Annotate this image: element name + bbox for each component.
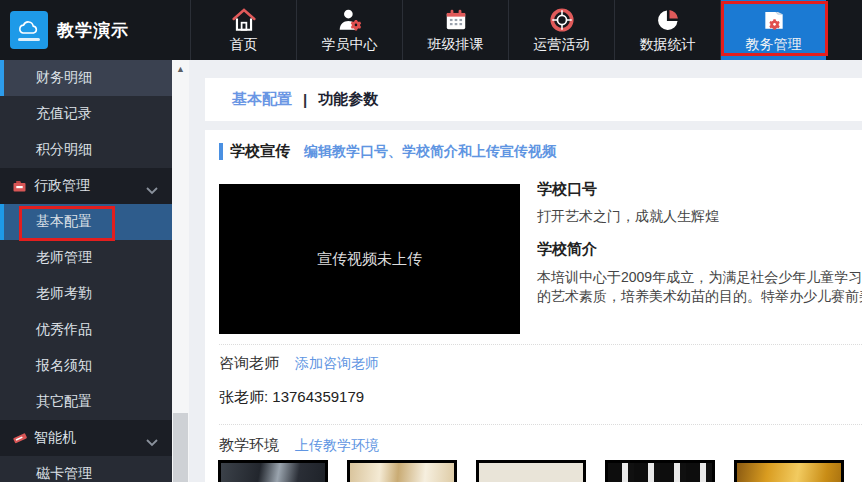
sidebar-item-label: 其它配置 [36, 393, 92, 411]
sidebar-item-points-detail[interactable]: 积分明细 [0, 132, 172, 168]
school-promo-section-header: 学校宣传 编辑教学口号、学校简介和上传宣传视频 [219, 142, 556, 161]
config-tab-bar: 基本配置 | 功能参数 [205, 78, 862, 121]
edit-promo-link[interactable]: 编辑教学口号、学校简介和上传宣传视频 [304, 143, 556, 161]
chevron-down-icon [146, 434, 158, 450]
scrollbar-up-arrow-icon[interactable]: ▲ [172, 60, 189, 77]
slogan-text: 打开艺术之门，成就人生辉煌 [537, 208, 862, 226]
nav-item-student-center[interactable]: 学员中心 [296, 0, 402, 60]
sidebar-item-label: 基本配置 [36, 213, 92, 231]
sidebar: 财务明细 充值记录 积分明细 行政管理 基本配置 老师管理 老师考勤 优秀作品 … [0, 60, 172, 482]
chevron-down-icon [146, 182, 158, 198]
nav-item-label: 首页 [230, 36, 258, 54]
sidebar-group-label: 智能机 [34, 429, 76, 447]
environment-section-header: 教学环境 上传教学环境 [219, 436, 379, 455]
sidebar-item-label: 积分明细 [36, 141, 92, 159]
promo-video-placeholder[interactable]: 宣传视频未上传 [219, 184, 520, 334]
environment-title: 教学环境 [219, 436, 279, 455]
pie-chart-icon [655, 7, 681, 33]
tab-basic-config[interactable]: 基本配置 [232, 90, 292, 109]
consult-teacher-phone: 张老师: 13764359179 [219, 388, 364, 407]
app-title: 教学演示 [57, 19, 129, 42]
sidebar-item-registration-notice[interactable]: 报名须知 [0, 348, 172, 384]
add-consult-teacher-link[interactable]: 添加咨询老师 [295, 355, 379, 373]
intro-text-line: 本培训中心于2009年成立，为满足社会少年儿童学习美术的需 [537, 268, 862, 287]
sidebar-item-basic-config[interactable]: 基本配置 [0, 204, 172, 240]
sidebar-item-recharge-records[interactable]: 充值记录 [0, 96, 172, 132]
sidebar-item-label: 财务明细 [36, 69, 92, 87]
calendar-icon [443, 7, 469, 33]
basic-config-panel: 学校宣传 编辑教学口号、学校简介和上传宣传视频 宣传视频未上传 学校口号 打开艺… [205, 130, 862, 482]
lifebuoy-icon [549, 7, 575, 33]
cloud-icon [17, 20, 41, 36]
sidebar-item-label: 优秀作品 [36, 321, 92, 339]
consult-teacher-section-header: 咨询老师 添加咨询老师 [219, 354, 379, 373]
environment-photo-golden-interior[interactable] [734, 460, 844, 482]
sidebar-group-label: 行政管理 [34, 177, 90, 195]
sidebar-group-administration[interactable]: 行政管理 [0, 168, 172, 204]
nav-item-label: 学员中心 [322, 36, 378, 54]
nav-item-home[interactable]: 首页 [190, 0, 296, 60]
consult-title: 咨询老师 [219, 354, 279, 373]
sidebar-item-excellent-works[interactable]: 优秀作品 [0, 312, 172, 348]
sidebar-item-label: 老师考勤 [36, 285, 92, 303]
sidebar-scrollbar[interactable]: ▲ [172, 60, 189, 482]
nav-item-label: 班级排课 [428, 36, 484, 54]
main-content-area: 基本配置 | 功能参数 学校宣传 编辑教学口号、学校简介和上传宣传视频 宣传视频… [189, 60, 862, 482]
sidebar-item-label: 老师管理 [36, 249, 92, 267]
divider [219, 344, 862, 345]
nav-item-operations[interactable]: 运营活动 [508, 0, 614, 60]
nav-item-label: 运营活动 [534, 36, 590, 54]
sidebar-item-teacher-attendance[interactable]: 老师考勤 [0, 276, 172, 312]
folder-gear-icon [761, 7, 787, 33]
environment-photo-teal-interior[interactable] [476, 460, 586, 482]
nav-item-academic-management[interactable]: 教务管理 [720, 0, 826, 60]
home-icon [231, 7, 257, 33]
top-navigation-bar: 教学演示 首页 学员中心 [0, 0, 862, 60]
nav-item-label: 数据统计 [640, 36, 696, 54]
slogan-heading: 学校口号 [537, 180, 862, 199]
environment-photo-warm-interior[interactable] [347, 460, 457, 482]
card-pen-icon [12, 431, 28, 448]
environment-photo-industrial-ceiling[interactable] [218, 460, 328, 482]
sidebar-item-label: 磁卡管理 [36, 465, 92, 482]
sidebar-item-label: 报名须知 [36, 357, 92, 375]
section-title: 学校宣传 [230, 142, 290, 161]
tab-separator: | [303, 91, 307, 108]
nav-item-label: 教务管理 [746, 36, 802, 54]
app-logo-icon[interactable] [10, 11, 48, 49]
nav-item-statistics[interactable]: 数据统计 [614, 0, 720, 60]
school-info-column: 学校口号 打开艺术之门，成就人生辉煌 学校简介 本培训中心于2009年成立，为满… [537, 180, 862, 306]
environment-photo-dark-lights[interactable] [605, 460, 715, 482]
logo-text-line [18, 38, 40, 41]
intro-text-line: 的艺术素质，培养美术幼苗的目的。特举办少儿赛前美术培训 [537, 287, 862, 306]
brand: 教学演示 [0, 0, 190, 60]
tab-function-params[interactable]: 功能参数 [318, 90, 378, 109]
sidebar-group-smart-machine[interactable]: 智能机 [0, 420, 172, 456]
nav-item-class-scheduling[interactable]: 班级排课 [402, 0, 508, 60]
environment-photo-list [218, 460, 844, 482]
scrollbar-thumb[interactable] [173, 413, 188, 482]
sidebar-item-finance-detail[interactable]: 财务明细 [0, 60, 172, 96]
video-placeholder-text: 宣传视频未上传 [317, 250, 422, 269]
main-nav: 首页 学员中心 [190, 0, 826, 60]
sidebar-item-label: 充值记录 [36, 105, 92, 123]
sidebar-item-teacher-management[interactable]: 老师管理 [0, 240, 172, 276]
section-accent-bar [219, 143, 223, 160]
briefcase-icon [12, 179, 27, 196]
student-center-icon [337, 7, 363, 33]
sidebar-item-other-config[interactable]: 其它配置 [0, 384, 172, 420]
divider [219, 424, 862, 425]
upload-environment-link[interactable]: 上传教学环境 [295, 437, 379, 455]
sidebar-item-magnetic-card[interactable]: 磁卡管理 [0, 456, 172, 482]
intro-heading: 学校简介 [537, 240, 862, 259]
